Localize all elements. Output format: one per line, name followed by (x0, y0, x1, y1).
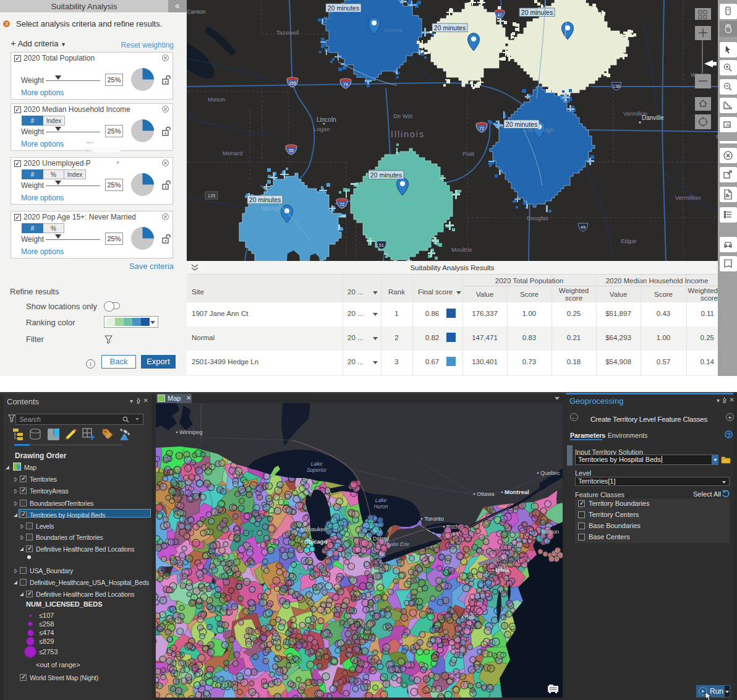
svg-text:Moultrie: Moultrie (451, 246, 472, 253)
svg-text:lphia: lphia (496, 567, 509, 573)
svg-text:55: 55 (289, 148, 294, 153)
svg-text:Danville: Danville (642, 114, 664, 121)
svg-text:Normal: Normal (385, 27, 403, 33)
svg-text:Lincoln: Lincoln (317, 116, 336, 123)
svg-text:Huron: Huron (373, 503, 388, 510)
svg-text:rfolk: rfolk (465, 614, 476, 620)
svg-text:74: 74 (343, 82, 348, 87)
svg-text:20 minutes: 20 minutes (506, 121, 537, 128)
svg-text:47: 47 (498, 13, 503, 17)
svg-text:Mason: Mason (208, 96, 226, 103)
svg-text:Lake Erie: Lake Erie (387, 541, 409, 547)
svg-text:Boston: Boston (542, 529, 559, 535)
svg-text:155: 155 (289, 81, 296, 85)
svg-text:Edgar: Edgar (621, 237, 636, 244)
svg-text:20 minutes: 20 minutes (434, 24, 466, 32)
svg-text:Lake: Lake (311, 461, 323, 467)
svg-text:Vermillion: Vermillion (675, 194, 701, 201)
svg-text:Winnipeg: Winnipeg (179, 429, 203, 435)
svg-text:Canton: Canton (187, 8, 206, 15)
svg-text:Ottawa: Ottawa (477, 491, 495, 497)
svg-text:Milwaukee: Milwaukee (300, 526, 327, 532)
svg-text:Lake: Lake (375, 497, 387, 503)
svg-text:136: 136 (613, 83, 621, 89)
svg-text:Piatt: Piatt (462, 150, 474, 157)
svg-text:20 minutes: 20 minutes (328, 4, 359, 12)
svg-text:20 minutes: 20 minutes (521, 9, 553, 16)
svg-text:Illinois: Illinois (391, 129, 425, 139)
svg-text:De Witt: De Witt (393, 113, 413, 119)
svg-text:Roch: Roch (446, 524, 459, 530)
svg-text:Toronto: Toronto (424, 515, 444, 522)
svg-text:51: 51 (379, 242, 384, 248)
svg-text:Logan: Logan (313, 126, 330, 132)
svg-text:Menard: Menard (223, 150, 242, 156)
svg-text:Montreal: Montreal (505, 489, 529, 495)
svg-text:125: 125 (208, 193, 216, 198)
svg-text:49: 49 (581, 224, 586, 230)
svg-text:Quebec: Quebec (540, 470, 560, 476)
svg-text:20 minutes: 20 minutes (249, 196, 281, 203)
svg-text:Tazewell: Tazewell (276, 29, 299, 36)
svg-text:Superior: Superior (307, 467, 327, 473)
svg-text:Chicago: Chicago (304, 538, 328, 545)
svg-text:72: 72 (479, 126, 484, 130)
svg-text:Douglas: Douglas (527, 215, 548, 221)
svg-text:72: 72 (339, 202, 344, 207)
svg-text:20 minutes: 20 minutes (370, 171, 402, 179)
svg-text:A: A (726, 122, 730, 128)
